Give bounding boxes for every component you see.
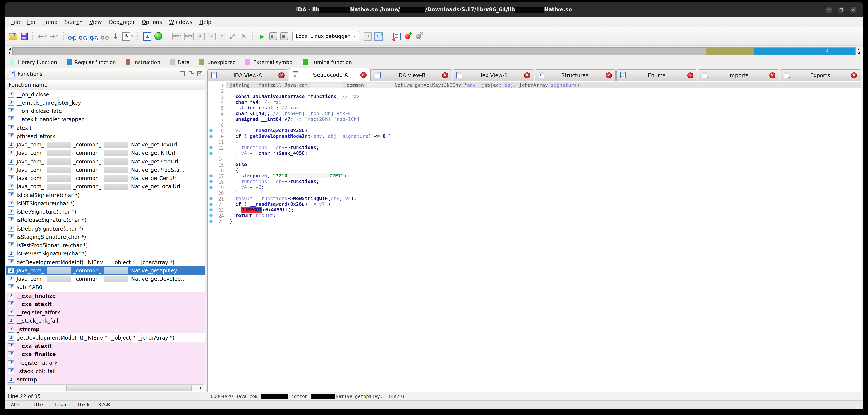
code-text[interactable]: { (226, 167, 861, 173)
search-next-icon[interactable] (101, 31, 109, 42)
breakpoint-dot-icon[interactable] (210, 174, 213, 177)
code-line[interactable]: 18 functions = env->functions; (208, 179, 861, 184)
function-row[interactable]: f__cxa_finalize (6, 291, 205, 300)
tab-close-icon[interactable]: × (606, 72, 612, 78)
function-row[interactable]: f__atexit_handler_wrapper (6, 115, 205, 124)
code-line[interactable]: 23 JUMPOUT(0x4A99LL); (208, 207, 861, 213)
panel-float-icon[interactable] (188, 71, 193, 76)
code-text[interactable]: if ( getDevelopmentModeInt(env, obj, sig… (226, 133, 861, 139)
code-text[interactable]: jstring result; // rax (226, 105, 861, 111)
delete-breakpoint-icon[interactable] (414, 31, 423, 42)
function-row[interactable]: fJava_com__common_Native_getApiKey (6, 267, 205, 275)
function-row[interactable]: f__cxa_finalize (6, 350, 205, 359)
breakpoint-dot-icon[interactable] (210, 203, 213, 206)
search-binary-icon[interactable]: 101 (90, 31, 98, 42)
navigate-forward-icon[interactable]: →▼ (49, 31, 58, 42)
breakpoint-gutter[interactable] (208, 180, 214, 183)
titlebar[interactable]: IDA - libNative.so /home//Downloads/5.17… (5, 2, 863, 18)
create-ascii-icon[interactable]: A▼ (122, 31, 133, 42)
navband-scroll-left-icon[interactable] (857, 52, 860, 55)
set-colors-icon[interactable]: ▲ (143, 31, 152, 42)
tab-enums[interactable]: Enums× (616, 69, 698, 81)
breakpoint-gutter[interactable] (208, 208, 214, 211)
breakpoint-gutter[interactable] (208, 152, 214, 155)
function-row[interactable]: fisStagingSignature(char *) (6, 233, 205, 242)
breakpoint-dot-icon[interactable] (210, 129, 213, 132)
scrollbar-thumb[interactable] (67, 385, 192, 391)
function-row[interactable]: fJava_com__common_Native_getProdUrl (6, 158, 205, 166)
code-text[interactable]: strcpy(v6, "3210C2F7"); (226, 173, 861, 179)
navband-segment-unexplored[interactable] (706, 47, 754, 55)
tab-ida-view-b[interactable]: IDA View-B× (371, 69, 452, 81)
navband-scroll-right-icon[interactable] (857, 48, 860, 50)
code-text[interactable] (226, 122, 861, 128)
function-row[interactable]: f__on_dlclose (6, 90, 205, 99)
code-line[interactable]: 16 { (208, 167, 861, 173)
code-line[interactable]: 22 if ( __readfsqword(0x28u) != v7 ) (208, 201, 861, 207)
code-line[interactable]: 9 v7 = __readfsqword(0x28u); (208, 128, 861, 133)
code-text[interactable]: else (226, 162, 861, 167)
tab-close-icon[interactable]: × (279, 72, 285, 78)
navigate-back-icon[interactable]: ←▼ (38, 31, 47, 42)
tab-close-icon[interactable]: × (769, 72, 775, 78)
scrollbar-track[interactable] (13, 385, 198, 391)
code-line[interactable]: 15 else (208, 162, 861, 167)
menu-help[interactable]: Help (196, 19, 215, 25)
debugger-select[interactable]: Local Linux debugger▾ (290, 31, 361, 42)
pause-process-icon[interactable] (269, 31, 277, 42)
code-text[interactable]: functions = env->functions; (226, 179, 861, 184)
code-line[interactable]: 25} (208, 218, 861, 224)
breakpoint-gutter[interactable] (208, 146, 214, 149)
navband-scroll-left-icon[interactable] (8, 48, 11, 50)
functions-horizontal-scrollbar[interactable]: ◀ ▶ (6, 384, 204, 391)
scroll-right-icon[interactable]: ▶ (198, 385, 204, 390)
function-row[interactable]: fisINTSignature(char *) (6, 200, 205, 208)
function-row[interactable]: fstrcmp (6, 376, 205, 384)
breakpoint-gutter[interactable] (208, 203, 214, 206)
code-text[interactable]: v7 = __readfsqword(0x28u); (226, 128, 861, 133)
breakpoint-gutter[interactable] (208, 186, 214, 189)
function-row[interactable]: fisDebugSignature(char *) (6, 224, 205, 233)
code-text[interactable]: functions = env->functions; (226, 145, 861, 150)
tab-close-icon[interactable]: × (524, 72, 530, 78)
function-row[interactable]: fgetDevelopmentModeInt(_JNIEnv *, _jobje… (6, 334, 205, 342)
function-row[interactable]: fJava_com__common_Native_getLocalUrl (6, 183, 205, 191)
function-row[interactable]: fJava_com__common_Native_getCertUrl (6, 174, 205, 183)
breakpoint-list-icon[interactable] (392, 31, 401, 42)
code-line[interactable]: 12 functions = env->functions; (208, 145, 861, 150)
functions-panel-titlebar[interactable]: f Functions (6, 68, 205, 80)
code-text[interactable]: const JNINativeInterface *functions; // … (226, 94, 861, 99)
code-line[interactable]: 5 jstring result; // rax (208, 105, 861, 111)
tab-imports[interactable]: Imports× (698, 69, 779, 81)
code-empty-area[interactable] (208, 224, 861, 392)
navband-scroll-right-icon[interactable] (8, 52, 11, 55)
function-row[interactable]: f__emutls_unregister_key (6, 99, 205, 107)
create-string-icon[interactable]: 's' (207, 31, 215, 42)
code-text[interactable]: } (226, 156, 861, 162)
function-row[interactable]: fpthread_atfork (6, 132, 205, 141)
code-text[interactable]: jstring __fastcall Java_com__common_Nati… (226, 82, 861, 88)
function-row[interactable]: fisDevTestSignature(char *) (6, 250, 205, 258)
maximize-button[interactable]: □ (838, 6, 844, 13)
function-row[interactable]: fatexit (6, 124, 205, 132)
function-row[interactable]: fisDevSignature(char *) (6, 208, 205, 216)
code-line[interactable]: 4 char *v4; // rsi (208, 99, 861, 105)
code-text[interactable]: unsigned __int64 v7; // [rsp+28h] [rbp-1… (226, 116, 861, 122)
create-code-icon[interactable]: CODE (172, 31, 182, 42)
function-row[interactable]: f_register_atfork (6, 359, 205, 367)
function-row[interactable]: f__on_dlclose_late (6, 107, 205, 115)
code-text[interactable]: char *v4; // rsi (226, 99, 861, 105)
close-button[interactable]: × (850, 6, 857, 13)
tab-close-icon[interactable]: × (851, 72, 857, 78)
function-row[interactable]: f_stack_chk_fail (6, 367, 205, 376)
undefine-icon[interactable]: × (239, 31, 248, 42)
menu-debugger[interactable]: Debugger (105, 19, 138, 25)
code-text[interactable]: result = functions->NewStringUTF(env, v4… (226, 196, 861, 201)
step-over-icon[interactable]: c◂ (363, 31, 372, 42)
breakpoint-dot-icon[interactable] (210, 208, 213, 211)
chevron-down-icon[interactable]: ▼ (45, 34, 47, 38)
minimize-button[interactable]: — (826, 6, 832, 13)
code-line[interactable]: 19 v4 = v6; (208, 184, 861, 190)
open-file-icon[interactable] (9, 31, 18, 42)
breakpoint-dot-icon[interactable] (210, 220, 213, 223)
